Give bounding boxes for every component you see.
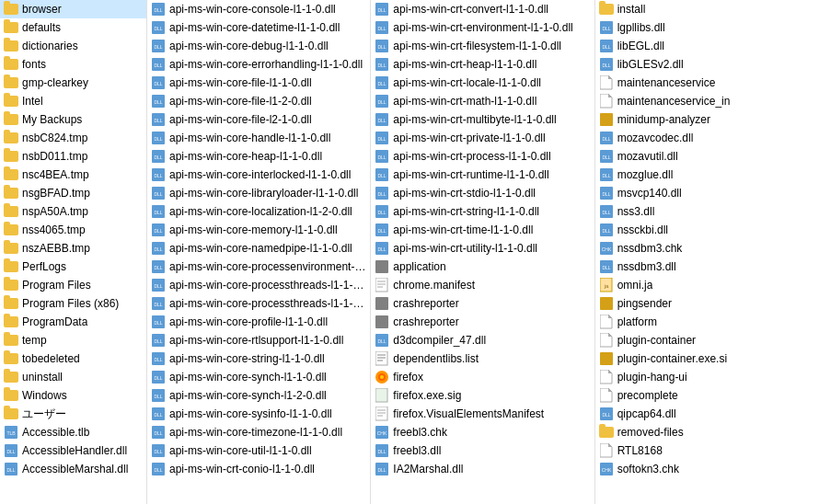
list-item[interactable]: precomplete bbox=[595, 386, 819, 405]
list-item[interactable]: DLL api-ms-win-core-util-l1-1-0.dll bbox=[147, 441, 370, 460]
list-item[interactable]: Program Files bbox=[0, 276, 146, 294]
list-item[interactable]: DLL api-ms-win-crt-math-l1-1-0.dll bbox=[371, 92, 594, 110]
list-item[interactable]: ja omni.ja bbox=[595, 276, 819, 294]
list-item[interactable]: DLL api-ms-win-core-synch-l1-2-0.dll bbox=[147, 386, 370, 405]
list-item[interactable]: defaults bbox=[0, 18, 146, 37]
list-item[interactable]: removed-files bbox=[595, 423, 819, 441]
list-item[interactable]: plugin-container bbox=[595, 331, 819, 349]
list-item[interactable]: ProgramData bbox=[0, 313, 146, 331]
list-item[interactable]: DLL api-ms-win-core-processenvironment-l… bbox=[147, 258, 370, 276]
list-item[interactable]: dependentlibs.list bbox=[371, 349, 594, 368]
list-item[interactable]: DLL api-ms-win-crt-locale-l1-1-0.dll bbox=[371, 74, 594, 92]
list-item[interactable]: DLL api-ms-win-crt-time-l1-1-0.dll bbox=[371, 221, 594, 239]
list-item[interactable]: nsc4BEA.tmp bbox=[0, 166, 146, 184]
list-item[interactable]: DLL libEGL.dll bbox=[595, 37, 819, 55]
list-item[interactable]: firefox.VisualElementsManifest bbox=[371, 405, 594, 423]
list-item[interactable]: CHK softokn3.chk bbox=[595, 460, 819, 478]
list-item[interactable]: DLL msvcp140.dll bbox=[595, 184, 819, 202]
list-item[interactable]: ユーザー bbox=[0, 405, 146, 423]
list-item[interactable]: PerfLogs bbox=[0, 258, 146, 276]
list-item[interactable]: DLL qipcap64.dll bbox=[595, 405, 819, 423]
list-item[interactable]: DLL api-ms-win-core-processthreads-l1-1-… bbox=[147, 294, 370, 313]
list-item[interactable]: firefox.exe.sig bbox=[371, 386, 594, 405]
list-item[interactable]: DLL mozglue.dll bbox=[595, 166, 819, 184]
list-item[interactable]: nspA50A.tmp bbox=[0, 202, 146, 221]
list-item[interactable]: Program Files (x86) bbox=[0, 294, 146, 313]
list-item[interactable]: DLL api-ms-win-crt-filesystem-l1-1-0.dll bbox=[371, 37, 594, 55]
list-item[interactable]: DLL api-ms-win-crt-private-l1-1-0.dll bbox=[371, 129, 594, 147]
list-item[interactable]: maintenanceservice bbox=[595, 74, 819, 92]
list-item[interactable]: My Backups bbox=[0, 110, 146, 129]
list-item[interactable]: DLL lgpllibs.dll bbox=[595, 18, 819, 37]
list-item[interactable]: DLL api-ms-win-core-handle-l1-1-0.dll bbox=[147, 129, 370, 147]
list-item[interactable]: DLL api-ms-win-core-heap-l1-1-0.dll bbox=[147, 147, 370, 166]
list-item[interactable]: maintenanceservice_in bbox=[595, 92, 819, 110]
list-item[interactable]: DLL api-ms-win-core-file-l1-1-0.dll bbox=[147, 74, 370, 92]
list-item[interactable]: nszAEBB.tmp bbox=[0, 239, 146, 258]
list-item[interactable]: gmp-clearkey bbox=[0, 74, 146, 92]
list-item[interactable]: fonts bbox=[0, 55, 146, 74]
list-item[interactable]: DLL api-ms-win-crt-convert-l1-1-0.dll bbox=[371, 0, 594, 18]
list-item[interactable]: DLL api-ms-win-crt-multibyte-l1-1-0.dll bbox=[371, 110, 594, 129]
list-item[interactable]: DLL api-ms-win-core-file-l2-1-0.dll bbox=[147, 110, 370, 129]
list-item[interactable]: DLL nssckbi.dll bbox=[595, 221, 819, 239]
list-item[interactable]: install bbox=[595, 0, 819, 18]
list-item[interactable]: DLL AccessibleMarshal.dll bbox=[0, 460, 146, 478]
list-item[interactable]: DLL api-ms-win-core-sysinfo-l1-1-0.dll bbox=[147, 405, 370, 423]
list-item[interactable]: DLL api-ms-win-crt-runtime-l1-1-0.dll bbox=[371, 166, 594, 184]
list-item[interactable]: DLL api-ms-win-core-namedpipe-l1-1-0.dll bbox=[147, 239, 370, 258]
list-item[interactable]: application bbox=[371, 258, 594, 276]
list-item[interactable]: DLL d3dcompiler_47.dll bbox=[371, 331, 594, 349]
list-item[interactable]: DLL AccessibleHandler.dll bbox=[0, 441, 146, 460]
list-item[interactable]: TLB Accessible.tlb bbox=[0, 423, 146, 441]
list-item[interactable]: DLL libGLESv2.dll bbox=[595, 55, 819, 74]
list-item[interactable]: plugin-container.exe.si bbox=[595, 349, 819, 368]
list-item[interactable]: DLL api-ms-win-core-string-l1-1-0.dll bbox=[147, 349, 370, 368]
list-item[interactable]: uninstall bbox=[0, 368, 146, 386]
list-item[interactable]: CHK freebl3.chk bbox=[371, 423, 594, 441]
list-item[interactable]: DLL api-ms-win-core-processthreads-l1-1-… bbox=[147, 276, 370, 294]
list-item[interactable]: platform bbox=[595, 313, 819, 331]
list-item[interactable]: DLL api-ms-win-crt-heap-l1-1-0.dll bbox=[371, 55, 594, 74]
list-item[interactable]: DLL api-ms-win-core-errorhandling-l1-1-0… bbox=[147, 55, 370, 74]
list-item[interactable]: pingsender bbox=[595, 294, 819, 313]
list-item[interactable]: crashreporter bbox=[371, 294, 594, 313]
list-item[interactable]: dictionaries bbox=[0, 37, 146, 55]
list-item[interactable]: DLL api-ms-win-core-debug-l1-1-0.dll bbox=[147, 37, 370, 55]
list-item[interactable]: nsgBFAD.tmp bbox=[0, 184, 146, 202]
list-item[interactable]: DLL nss3.dll bbox=[595, 202, 819, 221]
list-item[interactable]: Windows bbox=[0, 386, 146, 405]
list-item[interactable]: DLL api-ms-win-crt-environment-l1-1-0.dl… bbox=[371, 18, 594, 37]
list-item[interactable]: plugin-hang-ui bbox=[595, 368, 819, 386]
list-item[interactable]: DLL api-ms-win-core-libraryloader-l1-1-0… bbox=[147, 184, 370, 202]
list-item[interactable]: DLL IA2Marshal.dll bbox=[371, 460, 594, 478]
list-item[interactable]: DLL api-ms-win-core-memory-l1-1-0.dll bbox=[147, 221, 370, 239]
list-item[interactable]: Intel bbox=[0, 92, 146, 110]
list-item[interactable]: chrome.manifest bbox=[371, 276, 594, 294]
list-item[interactable]: nsbC824.tmp bbox=[0, 129, 146, 147]
list-item[interactable]: CHK nssdbm3.chk bbox=[595, 239, 819, 258]
list-item[interactable]: DLL api-ms-win-core-rtlsupport-l1-1-0.dl… bbox=[147, 331, 370, 349]
list-item[interactable]: DLL api-ms-win-core-file-l1-2-0.dll bbox=[147, 92, 370, 110]
list-item[interactable]: DLL nssdbm3.dll bbox=[595, 258, 819, 276]
list-item[interactable]: DLL freebl3.dll bbox=[371, 441, 594, 460]
list-item[interactable]: DLL api-ms-win-crt-string-l1-1-0.dll bbox=[371, 202, 594, 221]
list-item[interactable]: minidump-analyzer bbox=[595, 110, 819, 129]
list-item[interactable]: DLL api-ms-win-core-synch-l1-1-0.dll bbox=[147, 368, 370, 386]
list-item[interactable]: DLL mozavutil.dll bbox=[595, 147, 819, 166]
list-item[interactable]: DLL api-ms-win-crt-process-l1-1-0.dll bbox=[371, 147, 594, 166]
list-item[interactable]: temp bbox=[0, 331, 146, 349]
list-item[interactable]: DLL api-ms-win-crt-stdio-l1-1-0.dll bbox=[371, 184, 594, 202]
list-item[interactable]: tobedeleted bbox=[0, 349, 146, 368]
list-item[interactable]: DLL mozavcodec.dll bbox=[595, 129, 819, 147]
list-item[interactable]: crashreporter bbox=[371, 313, 594, 331]
list-item[interactable]: firefox bbox=[371, 368, 594, 386]
list-item[interactable]: browser bbox=[0, 0, 146, 18]
list-item[interactable]: nss4065.tmp bbox=[0, 221, 146, 239]
list-item[interactable]: nsbD011.tmp bbox=[0, 147, 146, 166]
list-item[interactable]: DLL api-ms-win-core-localization-l1-2-0.… bbox=[147, 202, 370, 221]
list-item[interactable]: DLL api-ms-win-crt-utility-l1-1-0.dll bbox=[371, 239, 594, 258]
list-item[interactable]: DLL api-ms-win-core-profile-l1-1-0.dll bbox=[147, 313, 370, 331]
list-item[interactable]: DLL api-ms-win-core-interlocked-l1-1-0.d… bbox=[147, 166, 370, 184]
list-item[interactable]: DLL api-ms-win-core-timezone-l1-1-0.dll bbox=[147, 423, 370, 441]
